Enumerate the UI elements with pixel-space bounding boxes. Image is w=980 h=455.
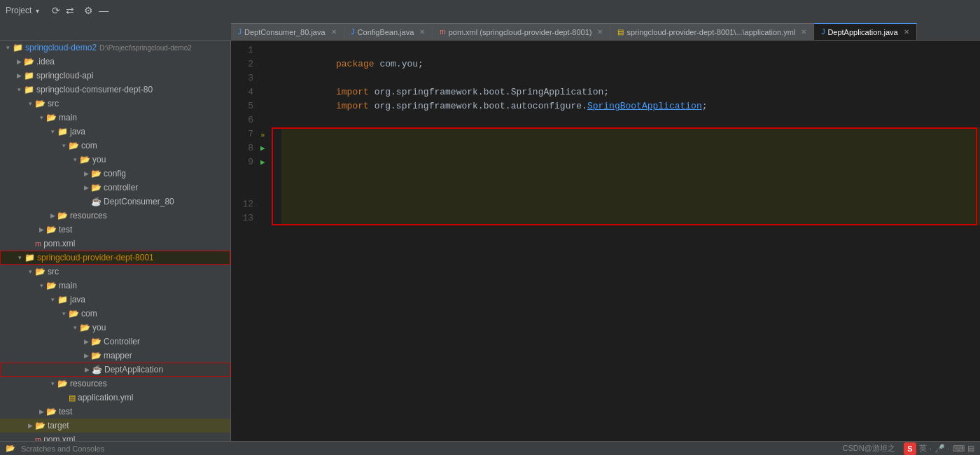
tab-close-deptconsumer80[interactable]: ✕ (331, 28, 337, 36)
label-consumer-dept-80: springcloud-comsumer-dept-80 (36, 85, 153, 94)
tree-item-mapper-provider[interactable]: ▶ 📂 mapper (0, 349, 230, 363)
split-icon[interactable]: ⇄ (66, 5, 74, 16)
code-line-8: public class DeptApplication { (281, 141, 980, 155)
tree-item-main-provider[interactable]: ▾ 📂 main (0, 279, 230, 293)
code-line-13 (281, 211, 980, 225)
project-dropdown-icon[interactable]: ▾ (36, 7, 39, 15)
project-label[interactable]: Project (6, 6, 31, 15)
gutter-run-icon-main[interactable]: ▶ (260, 155, 265, 169)
tree-item-idea[interactable]: ▶ 📂 .idea (0, 55, 230, 69)
tree-item-com-consumer[interactable]: ▾ 📂 com (0, 139, 230, 153)
tab-bar: J DeptConsumer_80.java ✕ J ConfigBean.ja… (0, 21, 980, 41)
gutter-run-icon-class[interactable]: ▶ (260, 141, 265, 155)
folder-icon-idea: 📂 (24, 57, 34, 66)
arrow-consumer-dept-80: ▾ (14, 86, 24, 93)
tree-item-src-consumer[interactable]: ▾ 📂 src (0, 97, 230, 111)
label-test-provider: test (59, 407, 72, 416)
tree-item-controller-consumer[interactable]: ▶ 📂 controller (0, 181, 230, 195)
tree-item-java-consumer[interactable]: ▾ 📁 java (0, 125, 230, 139)
folder-icon-controller-provider: 📂 (91, 337, 102, 346)
tree-item-test-consumer[interactable]: ▶ 📂 test (0, 223, 230, 237)
scratches-icon: 📂 (6, 444, 15, 453)
folder-icon-resources-provider: 📂 (57, 379, 68, 388)
arrow-config: ▶ (81, 170, 91, 177)
tree-item-you-provider[interactable]: ▾ 📂 you (0, 321, 230, 335)
tab-icon-java: J (238, 28, 241, 36)
main-area: ▾ 📁 springcloud-demo2 D:\Project\springc… (0, 41, 980, 441)
tree-item-java-provider[interactable]: ▾ 📁 java (0, 293, 230, 307)
tab-icon-deptapp: J (821, 28, 825, 36)
arrow-test-consumer: ▶ (36, 226, 46, 233)
label-target: target (48, 421, 69, 430)
tree-item-springcloud-api[interactable]: ▶ 📁 springcloud-api (0, 69, 230, 83)
line-num-12: 12 (231, 197, 253, 211)
label-you-provider: you (92, 323, 106, 332)
tree-item-controller-provider[interactable]: ▶ 📂 Controller (0, 335, 230, 349)
line-numbers: 1 2 3 4 5 6 7 8 9 12 13 (231, 43, 259, 225)
tab-applicationyml[interactable]: ▤ springcloud-provider-dept-8001\...\app… (610, 23, 814, 40)
label-springcloud-demo2: springcloud-demo2 (25, 43, 97, 52)
line-num-3: 3 (231, 71, 253, 85)
tab-icon-pomxml: m (440, 28, 445, 36)
watermark-text: CSDN@游坦之 (843, 443, 895, 454)
tab-pomxml[interactable]: m pom.xml (springcloud-provider-dept-800… (433, 23, 610, 40)
label-you-consumer: you (92, 155, 106, 164)
tree-item-resources-provider[interactable]: ▾ 📂 resources (0, 377, 230, 391)
code-editor[interactable]: 1 2 3 4 5 6 7 8 9 12 13 ☕ ▶ ▶ (231, 41, 980, 441)
tree-item-config[interactable]: ▶ 📂 config (0, 167, 230, 181)
label-pom-consumer: pom.xml (43, 239, 75, 248)
folder-icon-main-consumer: 📂 (46, 113, 57, 122)
tree-item-test-provider[interactable]: ▶ 📂 test (0, 405, 230, 419)
folder-icon-you-provider: 📂 (80, 323, 90, 332)
arrow-src-consumer: ▾ (25, 100, 35, 107)
tab-close-configbean[interactable]: ✕ (419, 28, 425, 36)
label-pom-provider: pom.xml (43, 435, 75, 441)
code-line-2 (281, 57, 980, 71)
tree-item-consumer-dept-80[interactable]: ▾ 📁 springcloud-comsumer-dept-80 (0, 83, 230, 97)
dot-sep2: · (948, 444, 950, 453)
arrow-idea: ▶ (14, 58, 24, 65)
arrow-main-consumer: ▾ (36, 114, 46, 121)
tree-item-deptconsumer80[interactable]: ▶ ☕ DeptConsumer_80 (0, 195, 230, 209)
tree-item-you-consumer[interactable]: ▾ 📂 you (0, 153, 230, 167)
tree-item-springcloud-demo2[interactable]: ▾ 📁 springcloud-demo2 D:\Project\springc… (0, 41, 230, 55)
label-config: config (104, 169, 126, 178)
tab-close-pomxml[interactable]: ✕ (597, 28, 603, 36)
label-test-consumer: test (59, 225, 72, 234)
label-com-consumer: com (81, 141, 97, 150)
settings-icon[interactable]: ⚙ (84, 5, 93, 16)
tree-item-target[interactable]: ▶ 📂 target (0, 419, 230, 433)
folder-icon-target: 📂 (35, 421, 46, 430)
tab-deptconsumer80[interactable]: J DeptConsumer_80.java ✕ (231, 23, 344, 40)
code-line-12: } (281, 197, 980, 211)
tree-item-pom-provider[interactable]: ▶ m pom.xml (0, 433, 230, 441)
line-num-7: 7 (231, 127, 253, 141)
refresh-icon[interactable]: ⟳ (52, 5, 60, 16)
label-controller-consumer: controller (104, 183, 138, 192)
arrow-java-consumer: ▾ (48, 128, 57, 135)
arrow-resources-provider: ▾ (48, 380, 57, 387)
bottom-left: 📂 Scratches and Consoles (6, 444, 104, 453)
tab-close-deptapp[interactable]: ✕ (904, 28, 909, 36)
label-springcloud-api: springcloud-api (36, 71, 93, 80)
tree-item-deptapplication[interactable]: ▶ ☕ DeptApplication (0, 363, 230, 377)
tab-close-yml[interactable]: ✕ (801, 28, 806, 36)
lang-indicator: 英 (919, 443, 927, 454)
code-line-6 (281, 113, 980, 127)
tree-item-main-consumer[interactable]: ▾ 📂 main (0, 111, 230, 125)
folder-icon-mapper-provider: 📂 (91, 351, 102, 360)
arrow-resources-consumer: ▶ (48, 212, 57, 219)
gutter-icon-annotation[interactable]: ☕ (260, 127, 265, 141)
tree-item-pom-consumer[interactable]: ▶ m pom.xml (0, 237, 230, 251)
arrow-test-provider: ▶ (36, 408, 46, 415)
tree-item-resources-consumer[interactable]: ▶ 📂 resources (0, 209, 230, 223)
title-bar-left: Project ▾ (6, 6, 39, 15)
tree-item-src-provider[interactable]: ▾ 📂 src (0, 265, 230, 279)
minus-icon[interactable]: — (99, 5, 108, 16)
tree-item-applicationyml[interactable]: ▶ ▤ application.yml (0, 391, 230, 405)
tree-item-com-provider[interactable]: ▾ 📂 com (0, 307, 230, 321)
tree-item-provider-dept-8001[interactable]: ▾ 📁 springcloud-provider-dept-8001 (0, 251, 230, 265)
gutter: ☕ ▶ ▶ (259, 43, 274, 225)
tab-deptapplication[interactable]: J DeptApplication.java ✕ (814, 23, 916, 40)
tab-configbean[interactable]: J ConfigBean.java ✕ (344, 23, 433, 40)
